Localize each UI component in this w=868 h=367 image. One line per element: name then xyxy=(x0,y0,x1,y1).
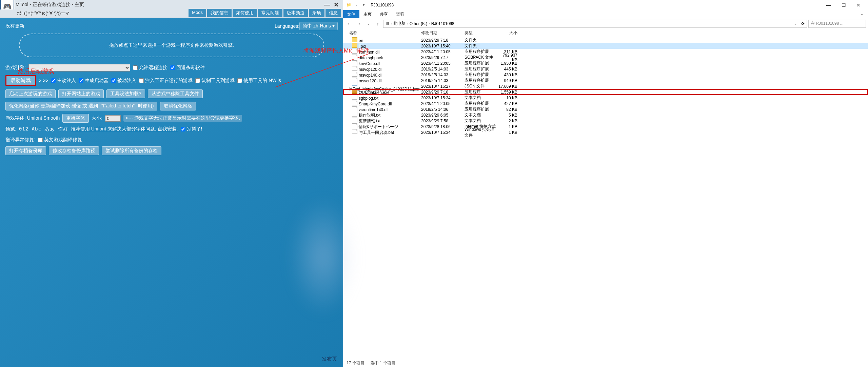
use-nwjs-checkbox[interactable]: 使用工具的 NW.js xyxy=(237,78,281,84)
allow-remote-checkbox[interactable]: 允许远程连接 xyxy=(133,65,167,71)
minimize-button[interactable]: — xyxy=(323,1,332,8)
back-button[interactable]: ← xyxy=(345,20,353,28)
start-last-button[interactable]: 启动上次游玩的游戏 xyxy=(5,89,56,98)
file-row[interactable]: 与工具一同启动.bat2023/10/7 15:34Windows 批处理文件1… xyxy=(343,129,868,135)
language-select[interactable]: 简中 zh-Hans ▾ xyxy=(299,22,338,30)
tab-home[interactable]: 主页 xyxy=(359,10,376,18)
mtool-title-text: MTool - 正在等待游戏连接 - 主页 xyxy=(16,2,84,8)
file-icon xyxy=(352,72,357,77)
dropzone[interactable]: 拖放或点击这里来选择一个游戏主程序文件来检测游戏引擎. xyxy=(19,34,324,57)
item-count: 17 个项目 xyxy=(347,360,364,366)
file-icon xyxy=(352,37,357,42)
crumb-drive[interactable]: Other (K:) xyxy=(410,21,428,26)
column-headers: 名称 修改日期 类型 大小 xyxy=(343,29,868,37)
annotation-drag: 将游戏程序拖入Mtool软件 xyxy=(303,47,370,55)
bg-blur xyxy=(289,198,357,316)
file-row[interactable]: data.sgbpack2023/9/29 7:17SGBPACK 文件792,… xyxy=(343,55,868,60)
ribbon-tabs: 文件 主页 共享 查看 ⌄ xyxy=(343,10,868,18)
tab-myinfo[interactable]: 我的信息 xyxy=(207,9,232,17)
font-size-input[interactable] xyxy=(105,115,121,122)
exp-maximize-button[interactable]: ☐ xyxy=(836,0,851,10)
tab-file[interactable]: 文件 xyxy=(343,10,359,18)
preview-text: 012 Abc あぁ 你好 xyxy=(19,126,68,132)
change-font-button[interactable]: 更换字体 xyxy=(62,114,89,123)
active-inject-checkbox[interactable]: 主动注入 xyxy=(51,78,76,84)
file-row[interactable]: msvcp140.dll2019/2/5 14:03应用程序扩展430 KB xyxy=(343,72,868,78)
inject-running-checkbox[interactable]: 注入至正在运行的游戏 xyxy=(139,78,193,84)
copy-tool-checkbox[interactable]: 复制工具到游戏 xyxy=(195,78,235,84)
exp-minimize-button[interactable]: — xyxy=(821,0,836,10)
col-type[interactable]: 类型 xyxy=(465,30,498,36)
tab-share[interactable]: 共享 xyxy=(376,10,392,18)
file-row[interactable]: 更新情報.txt2023/9/29 7:58文本文档2 KB xyxy=(343,118,868,124)
crumb-folder[interactable]: RJ01101098 xyxy=(431,21,454,26)
no-update-text: 没有更新 xyxy=(5,23,275,29)
refresh-icon[interactable]: ⟳ xyxy=(801,21,805,26)
explorer-titlebar: 📁 ▫ ▾ | RJ01101098 — ☐ ✕ xyxy=(343,0,868,10)
open-save-button[interactable]: 打开存档备份库 xyxy=(5,146,46,155)
qat-icon[interactable]: ▫ xyxy=(354,2,359,8)
file-row[interactable]: MTool_MapInfosCache_24922D11.json2023/10… xyxy=(343,83,868,89)
forward-button[interactable]: → xyxy=(355,20,363,28)
optimize-net-button[interactable]: 优化网络(当你 更新/翻译加载 缓慢 或 遇到 "Failed to fetch… xyxy=(5,102,157,110)
tab-misc[interactable]: 杂项 xyxy=(309,9,324,17)
tab-version[interactable]: 版本频道 xyxy=(283,9,308,17)
file-row[interactable]: sgbplog.txt2023/10/7 15:34文本文档10 KB xyxy=(343,95,868,101)
file-row[interactable]: en2023/9/29 7:18文件夹 xyxy=(343,37,868,43)
file-row[interactable]: msvcr120.dll2019/2/5 14:03应用程序扩展949 KB xyxy=(343,78,868,83)
file-row[interactable]: msvcp120.dll2019/2/5 14:03应用程序扩展445 KB xyxy=(343,66,868,72)
file-icon xyxy=(352,106,357,111)
col-size[interactable]: 大小 xyxy=(498,30,521,36)
close-button[interactable]: ✕ xyxy=(332,1,340,8)
file-row[interactable]: SharpKmyCore.dll2023/4/11 20:05应用程序扩展427… xyxy=(343,101,868,106)
nav-bar: ← → ⌄ ↑ 🖥 › 此电脑 › Other (K:) › RJ0110109… xyxy=(343,18,868,29)
annotation-start: 然后启动游戏 xyxy=(18,67,54,75)
en-trans-fix-checkbox[interactable]: 英文游戏翻译修复 xyxy=(38,137,82,143)
ribbon-expand-icon[interactable]: ⌄ xyxy=(856,10,868,18)
exp-close-button[interactable]: ✕ xyxy=(851,0,866,10)
open-web-button[interactable]: 打开网站上的游戏 xyxy=(58,89,104,98)
crumb-pc[interactable]: 此电脑 xyxy=(393,21,406,26)
up-button[interactable]: ↑ xyxy=(374,20,382,28)
tab-view[interactable]: 查看 xyxy=(392,10,408,18)
mtool-window: 🎮 MTool - 正在等待游戏连接 - 主页 — ✕ ﾅｶｰ(( ﾍ(*'∀'… xyxy=(0,0,343,367)
recent-dropdown-icon[interactable]: ⌄ xyxy=(364,20,372,28)
file-icon xyxy=(352,129,357,134)
addr-dropdown-icon[interactable]: ⌄ xyxy=(794,21,797,26)
status-bar: 17 个项目 选中 1 个项目 xyxy=(343,359,868,367)
tab-faq[interactable]: 常见问题 xyxy=(258,9,282,17)
tab-info[interactable]: 信息 xyxy=(326,9,341,17)
col-date[interactable]: 修改日期 xyxy=(421,30,465,36)
file-row[interactable]: vcruntime140.dll2019/2/5 14:06应用程序扩展82 K… xyxy=(343,106,868,112)
no-shake-checkbox[interactable]: 别抖了! xyxy=(181,126,202,132)
mtool-titlebar: 🎮 MTool - 正在等待游戏连接 - 主页 — ✕ xyxy=(0,0,343,9)
tab-howto[interactable]: 如何使用 xyxy=(233,9,257,17)
dropzone-text: 拖放或点击这里来选择一个游戏主程序文件来检测游戏引擎. xyxy=(109,42,234,48)
start-game-button[interactable]: 启动游戏 xyxy=(5,75,36,86)
file-icon xyxy=(352,118,357,122)
avoid-av-checkbox[interactable]: 回避杀毒软件 xyxy=(170,65,205,71)
font-label: 游戏字体: Unifont Smooth xyxy=(5,115,60,121)
file-row[interactable]: Tool2023/10/7 15:40文件夹 xyxy=(343,43,868,49)
address-bar[interactable]: 🖥 › 此电脑 › Other (K:) › RJ01101098 ⌄ ⟳ xyxy=(383,20,807,28)
gen-launcher-checkbox[interactable]: 生成启动器 xyxy=(79,78,108,84)
mod-save-button[interactable]: 修改存档备份库路径 xyxy=(49,146,99,155)
qat-dropdown-icon[interactable]: ▾ xyxy=(361,2,367,8)
file-row[interactable]: kmyCore.dll2023/4/11 20:05应用程序扩展1,950 KB xyxy=(343,60,868,66)
unifont-link[interactable]: 推荐使用 Unifont 来解决大部分字体问题, 点我安装. xyxy=(71,126,178,132)
publish-link[interactable]: 发布页 xyxy=(322,356,337,362)
lang-label: Languages: xyxy=(275,23,299,29)
file-row[interactable]: common.dll2023/4/11 20:05应用程序扩展311 KB xyxy=(343,49,868,55)
file-icon xyxy=(352,112,357,117)
cancel-opt-button[interactable]: 取消优化网络 xyxy=(160,102,196,110)
file-row[interactable]: 操作説明.txt2023/9/29 6:05文本文档5 KB xyxy=(343,112,868,118)
tool-fail-button[interactable]: 工具没法加载? xyxy=(106,89,145,98)
remove-tool-button[interactable]: 从游戏中移除工具文件 xyxy=(148,89,203,98)
passive-inject-checkbox[interactable]: 被动注入 xyxy=(111,78,136,84)
tab-mods[interactable]: Mods xyxy=(189,9,206,17)
del-save-button[interactable]: 尝试删除所有备份的存档 xyxy=(102,146,161,155)
col-name[interactable]: 名称 xyxy=(343,30,421,36)
file-row[interactable]: QUIZgakuen.exe2023/9/29 7:18应用程序1,559 KB xyxy=(343,89,868,95)
file-row[interactable]: 情報&サポートページ2023/9/28 18:06Internet 快捷方式1 … xyxy=(343,124,868,129)
search-input[interactable]: 在 RJ01101098 ... xyxy=(808,20,866,28)
